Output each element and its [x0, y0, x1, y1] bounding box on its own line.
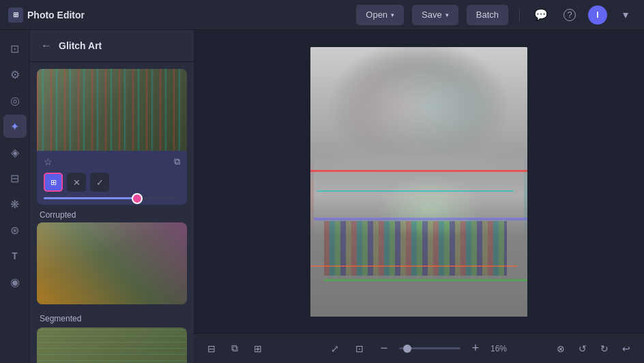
sidebar-item-text[interactable]: T — [3, 244, 27, 267]
undo-icon: ↺ — [579, 343, 587, 354]
comment-icon: 💬 — [534, 8, 548, 21]
star-icon: ☆ — [44, 156, 53, 167]
panel-back-button[interactable]: ← — [40, 38, 53, 53]
comment-button[interactable]: 💬 — [531, 5, 551, 25]
filter-card-corrupted[interactable]: ☆ ⧉ ⊞ ✕ — [37, 69, 187, 205]
main-area: ⊡ ⚙ ◎ ✦ ◈ ⊟ ❋ ⊛ T ◉ ← — [0, 30, 644, 363]
sidebar-item-layers[interactable]: ⊡ — [3, 37, 27, 60]
compare-icon: ⧉ — [231, 343, 238, 354]
sidebar-item-adjustments[interactable]: ⚙ — [3, 63, 27, 86]
zoom-slider[interactable] — [399, 347, 460, 349]
help-icon: ? — [564, 9, 576, 21]
grid-button[interactable]: ⊞ — [248, 339, 267, 358]
segmented-label: Segmented — [37, 310, 187, 328]
favorite-button[interactable]: ☆ — [44, 156, 53, 167]
effects-panel: ← Glitch Art ☆ ⧉ — [30, 30, 194, 363]
panel-content: ☆ ⧉ ⊞ ✕ — [30, 62, 194, 363]
intensity-slider[interactable] — [44, 197, 180, 199]
sidebar-item-misc[interactable]: ◉ — [3, 270, 27, 293]
sidebar-item-paint[interactable]: ◈ — [3, 141, 27, 164]
view-icon: ◎ — [10, 94, 20, 107]
history-reset-button[interactable]: ⊗ — [551, 339, 570, 358]
back-arrow-icon: ← — [41, 40, 52, 52]
corrupted-label: Corrupted — [37, 210, 187, 222]
misc-icon: ◉ — [10, 276, 20, 289]
copy-settings-button[interactable]: ⧉ — [174, 156, 180, 167]
crop-button[interactable]: ⊡ — [350, 339, 369, 358]
sidebar-item-frames[interactable]: ⊟ — [3, 166, 27, 190]
icon-bar: ⊡ ⚙ ◎ ✦ ◈ ⊟ ❋ ⊛ T ◉ — [0, 30, 30, 363]
open-chevron-icon: ▾ — [391, 12, 394, 18]
segmented-thumbnail — [37, 222, 187, 304]
check-icon: ✓ — [96, 177, 104, 188]
frames-icon: ⊟ — [10, 172, 19, 185]
undo-button[interactable]: ↺ — [573, 339, 592, 358]
adjust-filter-button[interactable]: ⊞ — [44, 173, 63, 192]
compare-button[interactable]: ⧉ — [225, 339, 244, 358]
bottom-center-zoom: ⤢ ⊡ − + 16% — [325, 339, 512, 358]
copy-icon: ⧉ — [174, 156, 180, 167]
layers-toggle-button[interactable]: ⊟ — [202, 339, 221, 358]
glitch-base — [310, 47, 527, 317]
close-filter-button[interactable]: ✕ — [67, 173, 86, 192]
sidebar-item-view[interactable]: ◎ — [3, 89, 27, 112]
apply-filter-button[interactable]: ✓ — [90, 173, 109, 192]
sidebar-item-patterns[interactable]: ❋ — [3, 192, 27, 216]
close-icon: ✕ — [73, 177, 80, 188]
control-buttons: ⊞ ✕ ✓ — [44, 173, 180, 192]
action-icon: ↩ — [622, 343, 630, 354]
layers-icon: ⊡ — [10, 42, 19, 55]
adjust-icon: ⊞ — [50, 178, 57, 187]
corrupted-thumbnail — [37, 69, 187, 151]
zoom-out-icon: − — [381, 341, 388, 355]
redo-icon: ↻ — [600, 343, 609, 354]
effects-icon: ✦ — [10, 120, 19, 133]
zoom-percentage: 16% — [491, 344, 512, 353]
crop-icon: ⊡ — [355, 343, 364, 354]
adjustments-icon: ⚙ — [10, 68, 20, 81]
grid-icon: ⊞ — [254, 343, 262, 354]
panel-header: ← Glitch Art — [30, 30, 194, 62]
redo-button[interactable]: ↻ — [595, 339, 614, 358]
corrupted-controls: ☆ ⧉ ⊞ ✕ — [37, 151, 187, 205]
help-button[interactable]: ? — [559, 5, 580, 25]
action-button[interactable]: ↩ — [617, 339, 636, 358]
shapes-icon: ⊛ — [10, 224, 19, 237]
controls-row-top: ☆ ⧉ — [44, 156, 180, 167]
topbar: ⊞ Photo Editor Open ▾ Save ▾ Batch 💬 ? I… — [0, 0, 644, 30]
fit-icon: ⤢ — [331, 343, 339, 354]
canvas-area: ⊟ ⧉ ⊞ ⤢ ⊡ − — [194, 30, 644, 363]
canvas-wrapper — [194, 30, 644, 333]
panel-title: Glitch Art — [59, 40, 102, 51]
account-chevron-icon[interactable]: ▾ — [615, 5, 636, 25]
patterns-icon: ❋ — [10, 198, 19, 211]
bottom-right-history: ⊗ ↺ ↻ ↩ — [551, 339, 636, 358]
app-title: Photo Editor — [27, 10, 85, 20]
logo-icon: ⊞ — [8, 8, 23, 23]
bottom-left-tools: ⊟ ⧉ ⊞ — [202, 339, 267, 358]
reset-icon: ⊗ — [557, 343, 565, 354]
bottom-bar: ⊟ ⧉ ⊞ ⤢ ⊡ − — [194, 333, 644, 363]
open-button[interactable]: Open ▾ — [356, 5, 404, 25]
batch-button[interactable]: Batch — [467, 5, 508, 25]
user-avatar[interactable]: I — [588, 5, 607, 25]
save-chevron-icon: ▾ — [445, 12, 449, 18]
fragmented-thumbnail — [37, 328, 187, 363]
zoom-in-icon: + — [472, 341, 480, 355]
filter-card-segmented[interactable] — [37, 222, 187, 304]
sidebar-item-effects[interactable]: ✦ — [3, 115, 27, 138]
sidebar-item-shapes[interactable]: ⊛ — [3, 218, 27, 242]
fit-to-screen-button[interactable]: ⤢ — [325, 339, 345, 358]
zoom-in-button[interactable]: + — [466, 339, 485, 358]
canvas-image — [310, 47, 527, 317]
text-icon: T — [12, 250, 18, 261]
save-button[interactable]: Save ▾ — [412, 5, 458, 25]
filter-card-fragmented[interactable] — [37, 328, 187, 363]
layers-toggle-icon: ⊟ — [207, 343, 216, 354]
intensity-slider-row — [44, 197, 180, 199]
zoom-out-button[interactable]: − — [375, 339, 394, 358]
app-logo: ⊞ Photo Editor — [8, 8, 85, 23]
paint-icon: ◈ — [11, 146, 19, 159]
